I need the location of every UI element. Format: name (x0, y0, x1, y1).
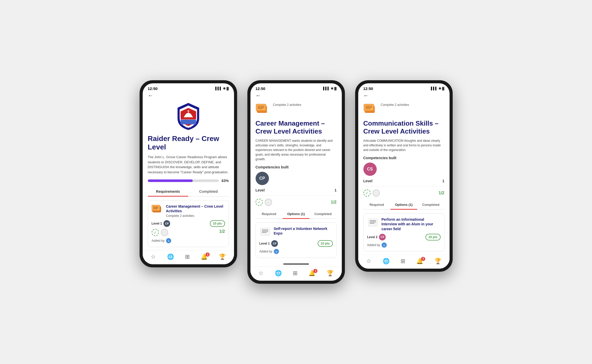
nav-star-3[interactable]: ☆ (366, 258, 371, 265)
nav-star-2[interactable]: ☆ (258, 270, 264, 277)
nav-bell-3[interactable]: 🔔 3 (416, 258, 423, 265)
nav-trophy-2[interactable]: 🏆 (327, 270, 334, 277)
page-desc-1: The John L. Grove Career Readiness Progr… (148, 155, 229, 175)
nav-qr-2[interactable]: ⊞ (293, 270, 297, 277)
phone-3: 12:50 ▌▌▌ ⊛ ▓ ← (355, 80, 453, 272)
avatar-2: S (274, 249, 279, 254)
tab-completed-3[interactable]: Completed (417, 200, 444, 209)
bottom-nav-1: ☆ 🌐 ⊞ 🔔 3 🏆 (143, 250, 234, 264)
star-icon-2: ☆ (258, 270, 264, 277)
activity-card-3[interactable]: Perform an Informational Interview with … (363, 213, 444, 251)
dot-check-3: ✓ (363, 189, 371, 197)
phone-1: 12:50 ▌▌▌ ⊛ ▓ ← (140, 80, 237, 268)
pts-badge-3: 20 pts (425, 234, 441, 240)
page-title-1: Raider Ready – Crew Level (148, 134, 229, 151)
dots-row-1: ✓ 1/2 (152, 227, 225, 236)
qr-icon-1: ⊞ (185, 254, 190, 260)
globe-icon-3: 🌐 (383, 258, 390, 265)
section-header-2: Complete 2 activities (256, 102, 337, 116)
nav-globe-2[interactable]: 🌐 (275, 270, 282, 277)
status-bar-2: 12:50 ▌▌▌ ⊛ ▓ (250, 83, 342, 92)
phone-2-screen: 12:50 ▌▌▌ ⊛ ▓ ← (250, 83, 342, 281)
competencies-label-3: Competencies built (363, 156, 444, 160)
nav-star-1[interactable]: ☆ (151, 254, 156, 260)
section-title-2: Career Management – Crew Level Activitie… (256, 119, 337, 135)
nav-globe-1[interactable]: 🌐 (167, 254, 174, 260)
stacked-icon-3 (363, 102, 377, 116)
activity-card-2[interactable]: Self-report a Volunteer Network Expo Lev… (256, 223, 337, 258)
globe-icon-2: 🌐 (275, 270, 282, 277)
dot-empty-3 (373, 189, 380, 197)
phone-2-content: ← Complete 2 activities Career Managemen… (250, 92, 342, 261)
competencies-label-2: Competencies built (256, 165, 337, 169)
tab-requirements-1[interactable]: Requirements (148, 187, 188, 196)
nav-trophy-3[interactable]: 🏆 (434, 258, 441, 265)
three-tabs-2: Required Options (1) Completed (256, 209, 337, 219)
pts-badge-2: 10 pts (318, 240, 333, 247)
activity-icon-1 (152, 204, 163, 215)
card-text-2: Self-report a Volunteer Network Expo (274, 226, 333, 238)
bottom-nav-2: ☆ 🌐 ⊞ 🔔 3 🏆 (250, 267, 342, 281)
trophy-icon-1: 🏆 (219, 254, 226, 260)
card-header-2: Self-report a Volunteer Network Expo (259, 226, 333, 238)
star-icon-1: ☆ (151, 254, 156, 260)
card-header-3: Perform an Informational Interview with … (367, 217, 441, 231)
nav-qr-1[interactable]: ⊞ (185, 254, 190, 260)
nav-trophy-1[interactable]: 🏆 (219, 254, 226, 260)
dots-row-3: ✓ 1/2 (363, 189, 444, 197)
level-badge-1: Level 1 CP (152, 220, 170, 227)
nav-badge-1: 3 (206, 252, 210, 257)
back-button-2[interactable]: ← (256, 92, 337, 99)
fraction-1: 1/2 (219, 229, 225, 234)
nav-globe-3[interactable]: 🌐 (383, 258, 390, 265)
three-tabs-3: Required Options (1) Completed (363, 200, 444, 210)
status-icons-3: ▌▌▌ ⊛ ▓ (431, 87, 444, 90)
nav-qr-3[interactable]: ⊞ (401, 258, 405, 265)
phone-1-content: ← (143, 92, 234, 250)
wifi-icon-2: ⊛ (331, 87, 333, 90)
back-button-3[interactable]: ← (363, 92, 444, 99)
tab-completed-1[interactable]: Completed (188, 187, 229, 196)
bottom-nav-3: ☆ 🌐 ⊞ 🔔 3 🏆 (358, 255, 450, 269)
activity-card-1[interactable]: Career Management – Crew Level Activitie… (148, 200, 229, 247)
dot-empty-2 (265, 199, 272, 206)
svg-text:S: S (384, 244, 385, 247)
progress-dots-3: ✓ (363, 189, 380, 197)
progress-dots-2: ✓ (256, 199, 272, 206)
section-header-3: Complete 2 activities (363, 102, 444, 116)
tab-options-3[interactable]: Options (1) (390, 200, 417, 209)
card-meta-3: Level 2 CS 20 pts (367, 234, 441, 240)
tabs-1: Requirements Completed (148, 187, 229, 197)
phone-1-screen: 12:50 ▌▌▌ ⊛ ▓ ← (143, 83, 234, 265)
tab-required-2[interactable]: Required (256, 209, 283, 218)
dot-completed-1: ✓ (152, 229, 159, 236)
nav-bell-2[interactable]: 🔔 3 (308, 270, 315, 277)
back-button-1[interactable]: ← (148, 92, 229, 99)
progress-bar-bg-1 (148, 179, 219, 182)
level-row-2: Level 1 (256, 188, 337, 196)
battery-icon-3: ▓ (442, 87, 444, 90)
tab-options-2[interactable]: Options (1) (283, 209, 309, 218)
large-cp-2: CP (256, 172, 269, 185)
home-bar-2 (283, 264, 309, 265)
dot-empty-1 (161, 229, 168, 236)
progress-pct-1: 63% (221, 179, 229, 183)
signal-icon-3: ▌▌▌ (431, 87, 438, 90)
svg-text:Crew: Crew (185, 125, 191, 128)
star-icon-3: ☆ (366, 258, 371, 265)
tab-completed-2[interactable]: Completed (309, 209, 336, 218)
battery-icon-2: ▓ (334, 87, 337, 90)
tab-required-3[interactable]: Required (363, 200, 390, 209)
dots-row-2: ✓ 1/2 (256, 199, 337, 206)
level-badge-2: Level 1 CP (259, 240, 278, 247)
svg-text:S: S (276, 251, 277, 253)
activity-icon-3 (367, 217, 379, 228)
nav-bell-1[interactable]: 🔔 3 (201, 254, 208, 260)
complete-label-3: Complete 2 activities (381, 103, 409, 107)
fraction-3: 1/2 (439, 191, 444, 195)
section-title-3: Communication Skills – Crew Level Activi… (363, 119, 444, 135)
added-by-1: Added by S (152, 238, 225, 243)
svg-rect-28 (368, 219, 377, 226)
svg-rect-16 (260, 228, 270, 236)
qr-icon-2: ⊞ (293, 270, 297, 277)
